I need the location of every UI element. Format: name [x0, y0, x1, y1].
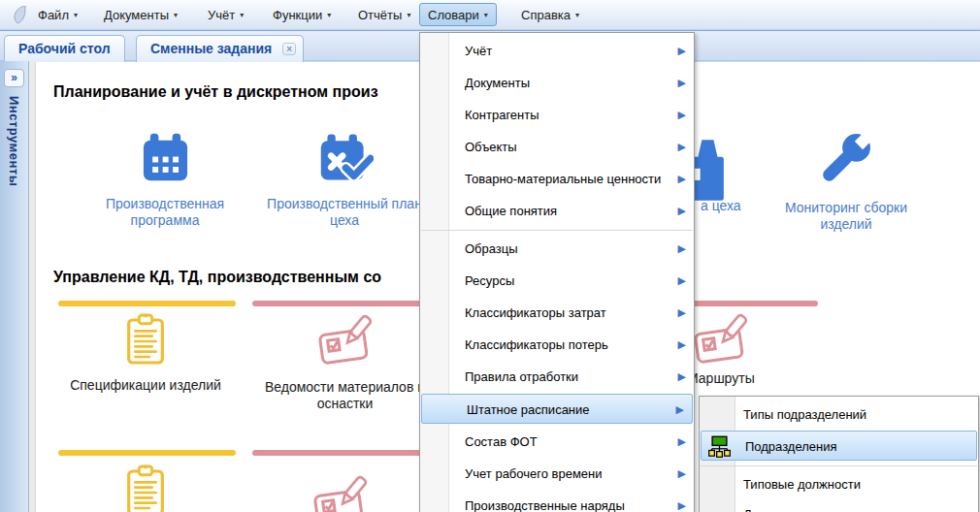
menubar-item-reports[interactable]: Отчёты ▾	[349, 3, 419, 26]
menu-separator	[421, 230, 693, 231]
caret-down-icon: ▾	[407, 11, 410, 19]
tile-production-program[interactable]: Производственная программа	[82, 130, 247, 229]
menubar-item-help[interactable]: Справка ▾	[512, 3, 588, 26]
clipboard-icon	[123, 464, 168, 512]
menu-item-documents[interactable]: Документы ▶	[420, 67, 694, 99]
caret-down-icon: ▾	[575, 11, 579, 19]
submenu-arrow-icon: ▶	[678, 458, 686, 490]
menu-item-department-types[interactable]: Типы подразделений	[700, 399, 978, 431]
menu-item-processing-rules[interactable]: Правила отработки ▶	[420, 361, 694, 393]
menu-item-loss-classifiers[interactable]: Классификаторы потерь ▶	[420, 329, 694, 361]
checklist-pen-icon	[691, 311, 751, 371]
tab-desktop[interactable]: Рабочий стол	[4, 35, 125, 62]
submenu-arrow-icon: ▶	[678, 195, 686, 227]
menubar-item-accounting[interactable]: Учёт ▾	[199, 3, 252, 26]
checklist-pen-icon	[310, 473, 371, 512]
main-menubar: Файл ▾ Документы ▾ Учёт ▾ Функции ▾ Отчё…	[0, 0, 980, 30]
submenu-arrow-icon: ▶	[678, 490, 686, 512]
dictionaries-dropdown-menu: Учёт ▶ Документы ▶ Контрагенты ▶ Объекты…	[419, 32, 695, 512]
menu-item-payroll-structure[interactable]: Состав ФОТ ▶	[420, 426, 694, 458]
menubar-item-label: Учёт	[208, 8, 235, 22]
tile-label: Мониторинг сборки изделий	[764, 200, 929, 233]
menu-item-accounting[interactable]: Учёт ▶	[420, 35, 694, 67]
menu-item-departments[interactable]: Подразделения	[701, 431, 977, 461]
calendar-icon	[82, 130, 247, 189]
submenu-arrow-icon: ▶	[678, 426, 686, 458]
caret-down-icon: ▾	[484, 11, 488, 19]
menu-item-typical-positions[interactable]: Типовые должности	[700, 468, 978, 500]
submenu-arrow-icon: ▶	[678, 163, 686, 195]
tile-material-lists[interactable]: Ведомости материалов и оснастки	[255, 312, 435, 412]
tile-label: Производственный план цеха	[262, 196, 427, 229]
menubar-item-label: Отчёты	[358, 8, 402, 22]
tile-shop-plan[interactable]: Производственный план цеха	[262, 130, 427, 229]
org-chart-icon	[707, 434, 732, 469]
tile-product-specs[interactable]: Спецификации изделий	[44, 312, 247, 394]
caret-down-icon: ▾	[327, 11, 331, 19]
tile-assembly-monitoring[interactable]: Мониторинг сборки изделий	[764, 127, 929, 233]
staffing-submenu: Типы подразделений Подразделения Типовые…	[699, 396, 979, 512]
tools-sidebar: » Инструменты	[0, 61, 29, 512]
submenu-arrow-icon: ▶	[678, 131, 686, 163]
submenu-arrow-icon: ▶	[678, 329, 686, 361]
menubar-item-label: Словари	[428, 8, 479, 22]
sidebar-expand-button[interactable]: »	[4, 69, 24, 87]
menu-item-work-orders[interactable]: Производственные наряды ▶	[420, 490, 694, 512]
submenu-arrow-icon: ▶	[678, 297, 686, 329]
submenu-arrow-icon: ▶	[678, 99, 686, 131]
chevrons-right-icon: »	[11, 71, 17, 84]
menu-item-cost-classifiers[interactable]: Классификаторы затрат ▶	[420, 297, 694, 329]
app-window: Файл ▾ Документы ▾ Учёт ▾ Функции ▾ Отчё…	[0, 0, 980, 512]
menu-item-resources[interactable]: Ресурсы ▶	[420, 265, 694, 297]
submenu-arrow-icon: ▶	[676, 395, 684, 425]
calendar-check-icon	[262, 130, 427, 189]
submenu-arrow-icon: ▶	[678, 265, 686, 297]
menu-separator	[701, 465, 977, 466]
menu-item-samples[interactable]: Образцы ▶	[420, 233, 694, 265]
tile-label: Ведомости материалов и оснастки	[255, 379, 435, 412]
caret-down-icon: ▾	[240, 11, 244, 19]
submenu-arrow-icon: ▶	[678, 35, 686, 67]
menu-item-positions-partial[interactable]: Д	[700, 498, 978, 512]
close-icon[interactable]: ×	[282, 43, 296, 55]
submenu-arrow-icon: ▶	[678, 67, 686, 99]
panel-splitter[interactable]	[29, 61, 36, 512]
submenu-arrow-icon: ▶	[678, 361, 686, 393]
tab-label: Рабочий стол	[18, 41, 111, 56]
menu-item-staffing[interactable]: Штатное расписание ▶	[421, 394, 693, 424]
menubar-item-label: Справка	[521, 8, 571, 22]
accent-bar-yellow	[58, 301, 236, 306]
menu-item-time-tracking[interactable]: Учет рабочего времени ▶	[420, 458, 694, 490]
clipboard-icon	[44, 312, 247, 370]
menubar-item-label: Функции	[273, 8, 322, 22]
accent-bar-pink	[252, 450, 433, 456]
checklist-pen-icon	[255, 312, 435, 372]
tile-label: Производственная программа	[82, 196, 247, 229]
menu-item-inventory[interactable]: Товарно-материальные ценности ▶	[420, 163, 694, 195]
accent-bar-yellow	[58, 450, 236, 456]
tile-label: Спецификации изделий	[44, 377, 247, 394]
tile-label-partial[interactable]: а цеха	[701, 198, 741, 213]
menu-item-objects[interactable]: Объекты ▶	[420, 131, 694, 163]
tab-shift-tasks[interactable]: Сменные задания ×	[136, 35, 304, 62]
menubar-item-dictionaries[interactable]: Словари ▾	[419, 3, 497, 26]
accent-bar-pink	[679, 301, 818, 306]
section-title-planning: Планирование и учёт в дискретном произ	[53, 83, 378, 101]
menu-item-common-concepts[interactable]: Общие понятия ▶	[420, 195, 694, 227]
tile-label-routes[interactable]: Маршруты	[687, 370, 755, 386]
caret-down-icon: ▾	[174, 11, 178, 19]
tab-label: Сменные задания	[150, 41, 272, 56]
menubar-item-documents[interactable]: Документы ▾	[95, 3, 186, 26]
menubar-item-label: Файл	[38, 8, 69, 22]
menubar-item-label: Документы	[104, 8, 169, 22]
menu-item-counterparties[interactable]: Контрагенты ▶	[420, 99, 694, 131]
section-title-management: Управление КД, ТД, производственным со	[53, 269, 381, 286]
accent-bar-pink	[252, 301, 433, 306]
menubar-item-file[interactable]: Файл ▾	[29, 3, 86, 26]
submenu-arrow-icon: ▶	[678, 233, 686, 265]
wrench-icon	[764, 127, 929, 193]
sidebar-title: Инструменты	[7, 96, 21, 186]
caret-down-icon: ▾	[74, 11, 78, 19]
menubar-item-functions[interactable]: Функции ▾	[264, 3, 340, 26]
